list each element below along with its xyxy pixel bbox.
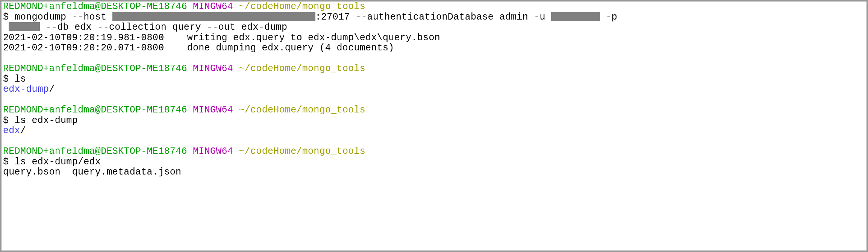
output-line: 2021-02-10T09:20:19.981-0800 writing edx… <box>3 33 865 43</box>
user-host: REDMOND+anfeldma@DESKTOP-ME18746 <box>3 1 187 12</box>
cmd-text: ls edx-dump <box>9 115 78 126</box>
user-host: REDMOND+anfeldma@DESKTOP-ME18746 <box>3 105 187 115</box>
cwd-path: ~/codeHome/mongo_tools <box>239 105 365 115</box>
prompt-line: REDMOND+anfeldma@DESKTOP-ME18746 MINGW64… <box>3 146 865 157</box>
prompt-symbol: $ <box>3 12 9 23</box>
prompt-line: REDMOND+anfeldma@DESKTOP-ME18746 MINGW64… <box>3 105 865 115</box>
prompt-line: REDMOND+anfeldma@DESKTOP-ME18746 MINGW64… <box>3 64 865 74</box>
mingw-label: MINGW64 <box>193 63 233 74</box>
redacted-user <box>551 12 600 21</box>
redacted-host <box>112 12 315 21</box>
cmd-text: :27017 --authenticationDatabase admin -u <box>315 12 551 23</box>
slash: / <box>49 84 55 95</box>
blank-line <box>3 95 865 105</box>
cmd-text: -p <box>600 12 617 23</box>
command-line: $ ls <box>3 74 865 85</box>
command-line: $ mongodump --host :27017 --authenticati… <box>3 12 865 23</box>
cmd-text: --db edx --collection query --out edx-du… <box>40 22 287 33</box>
output-line: edx/ <box>3 126 865 136</box>
output-text: 2021-02-10T09:20:20.071-0800 done dumpin… <box>3 43 394 53</box>
cmd-text: ls <box>9 74 26 85</box>
cmd-text: mongodump --host <box>9 12 112 23</box>
terminal-window[interactable]: REDMOND+anfeldma@DESKTOP-ME18746 MINGW64… <box>0 0 868 252</box>
cwd-path: ~/codeHome/mongo_tools <box>239 146 365 157</box>
command-line-cont: --db edx --collection query --out edx-du… <box>3 22 865 33</box>
cmd-text: ls edx-dump/edx <box>9 156 101 167</box>
cwd-path: ~/codeHome/mongo_tools <box>239 63 365 74</box>
mingw-label: MINGW64 <box>193 146 233 157</box>
blank-line <box>3 136 865 147</box>
user-host: REDMOND+anfeldma@DESKTOP-ME18746 <box>3 146 187 157</box>
command-line: $ ls edx-dump/edx <box>3 157 865 167</box>
cwd-path: ~/codeHome/mongo_tools <box>239 1 365 12</box>
directory-name: edx-dump <box>3 84 49 95</box>
directory-name: edx <box>3 125 20 136</box>
output-text: query.bson query.metadata.json <box>3 167 181 178</box>
output-line: 2021-02-10T09:20:20.071-0800 done dumpin… <box>3 43 865 53</box>
blank-line <box>3 53 865 64</box>
prompt-symbol: $ <box>3 115 9 126</box>
slash: / <box>20 125 26 136</box>
redacted-password <box>9 22 40 31</box>
prompt-line: REDMOND+anfeldma@DESKTOP-ME18746 MINGW64… <box>3 2 865 12</box>
prompt-symbol: $ <box>3 74 9 85</box>
prompt-symbol: $ <box>3 156 9 167</box>
command-line: $ ls edx-dump <box>3 115 865 126</box>
mingw-label: MINGW64 <box>193 105 233 115</box>
user-host: REDMOND+anfeldma@DESKTOP-ME18746 <box>3 63 187 74</box>
output-line: edx-dump/ <box>3 84 865 95</box>
output-line: query.bson query.metadata.json <box>3 167 865 178</box>
mingw-label: MINGW64 <box>193 1 233 12</box>
output-text: 2021-02-10T09:20:19.981-0800 writing edx… <box>3 32 440 43</box>
